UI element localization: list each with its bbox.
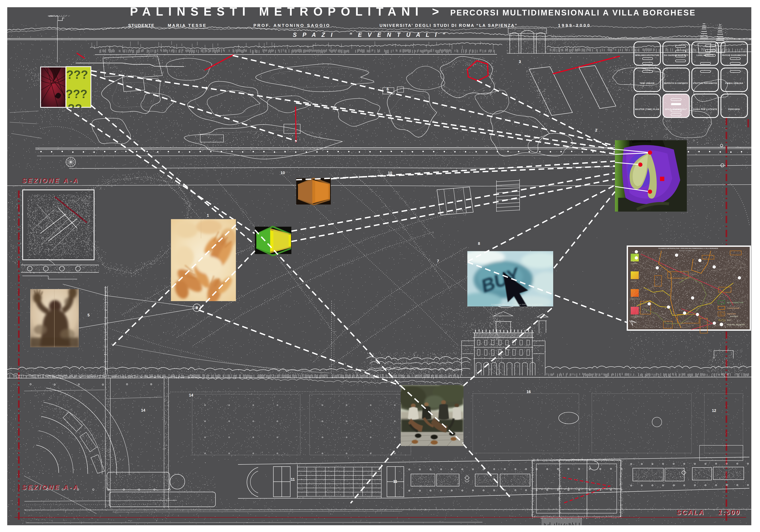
- svg-text:???: ???: [66, 68, 88, 81]
- svg-text:FESTA: FESTA: [631, 280, 636, 282]
- svg-text:MASTER [TIME] PLAN: MASTER [TIME] PLAN: [635, 108, 659, 111]
- svg-text:PERCORSI: PERCORSI: [728, 108, 740, 111]
- svg-text:NODI DEL NETWORK: NODI DEL NETWORK: [727, 324, 745, 326]
- svg-text:14: 14: [141, 408, 145, 412]
- svg-text:ESPOSIZIONE: ESPOSIZIONE: [631, 316, 643, 318]
- svg-text:16: 16: [527, 389, 531, 394]
- svg-text:S P A Z I “ E V E N T U A L: S P A Z I “ E V E N T U A L I ”: [680, 250, 697, 251]
- svg-text:9: 9: [196, 305, 198, 310]
- svg-text:PERCORSI MULTIDIMENSIONALI A V: PERCORSI MULTIDIMENSIONALI A VILLA BORGH…: [450, 8, 696, 17]
- svg-text:3: 3: [519, 60, 521, 64]
- svg-text:12: 12: [712, 408, 716, 413]
- svg-text:BOX: BOX: [727, 319, 731, 321]
- svg-text:MARIA TESSE: MARIA TESSE: [168, 23, 207, 28]
- svg-text:SPAZI “EVENTUALI”: SPAZI “EVENTUALI”: [665, 108, 688, 111]
- svg-text:1: 1: [207, 213, 209, 217]
- svg-text:???: ???: [66, 87, 87, 101]
- svg-text:DAI GIARDINI ALLE RETI: DAI GIARDINI ALLE RETI: [664, 54, 688, 57]
- svg-text:RETE CONNETTIVA: RETE CONNETTIVA: [727, 302, 743, 303]
- svg-text:TEMI URBANI: TEMI URBANI: [640, 82, 655, 84]
- svg-text:PRATICHE DIAGRAMMATICHE: PRATICHE DIAGRAMMATICHE: [722, 54, 746, 57]
- svg-text:DIDATTICA: DIDATTICA: [631, 298, 640, 300]
- svg-text:SEZIONE A-A: SEZIONE A-A: [22, 177, 79, 184]
- svg-text:UNIVERSITA’ DEGLI STUDI DI ROM: UNIVERSITA’ DEGLI STUDI DI ROMA “LA SAPI…: [380, 23, 518, 28]
- svg-text:GUIDA PER L’UTENTE: GUIDA PER L’UTENTE: [693, 108, 717, 111]
- svg-text:PROF. ANTONINO SAGGIO: PROF. ANTONINO SAGGIO: [254, 23, 330, 28]
- svg-text:FIBBIA URBANA: FIBBIA URBANA: [725, 82, 743, 84]
- svg-text:SEZIONE A-A: SEZIONE A-A: [22, 484, 79, 491]
- svg-text:PALINSESTI METROPOLITANI >: PALINSESTI METROPOLITANI >: [130, 5, 444, 18]
- svg-text:PALINSESTI METROPOLITANI > PER: PALINSESTI METROPOLITANI > PERCORSI MULT…: [658, 247, 718, 249]
- svg-text:8: 8: [478, 241, 480, 246]
- svg-text:© Copyright 2000 Stone Images: © Copyright 2000 Stone Images Jun 2000 1…: [491, 303, 543, 305]
- svg-text:1:500: 1:500: [718, 509, 740, 516]
- svg-text:S P A Z I “ E V E N T U A L: S P A Z I “ E V E N T U A L I ”: [293, 31, 448, 38]
- svg-text:1999-2000: 1999-2000: [558, 23, 591, 28]
- svg-text:5: 5: [87, 313, 90, 317]
- svg-text:14: 14: [189, 393, 193, 397]
- svg-text:2: 2: [595, 128, 597, 132]
- svg-text:11: 11: [291, 477, 295, 481]
- svg-text:AVATARS: AVATARS: [730, 315, 738, 317]
- svg-text:CONNESSIONI: CONNESSIONI: [727, 307, 739, 309]
- svg-text:INFRALANDSCAPESTRUCTURE: INFRALANDSCAPESTRUCTURE: [635, 54, 659, 57]
- svg-text:STRUTTURE PERFORMATIVE: STRUTTURE PERFORMATIVE: [693, 82, 717, 84]
- svg-text:CORPO: CORPO: [631, 263, 637, 265]
- svg-text:10: 10: [281, 171, 285, 175]
- svg-text:7: 7: [437, 259, 439, 263]
- svg-text:STUDENTE: STUDENTE: [128, 23, 155, 28]
- svg-text:DISPOSITIVI DI CONTINUITA’: DISPOSITIVI DI CONTINUITA’: [664, 82, 688, 84]
- svg-text:WINDOWS: WINDOWS: [727, 313, 736, 315]
- svg-text:6: 6: [387, 87, 389, 91]
